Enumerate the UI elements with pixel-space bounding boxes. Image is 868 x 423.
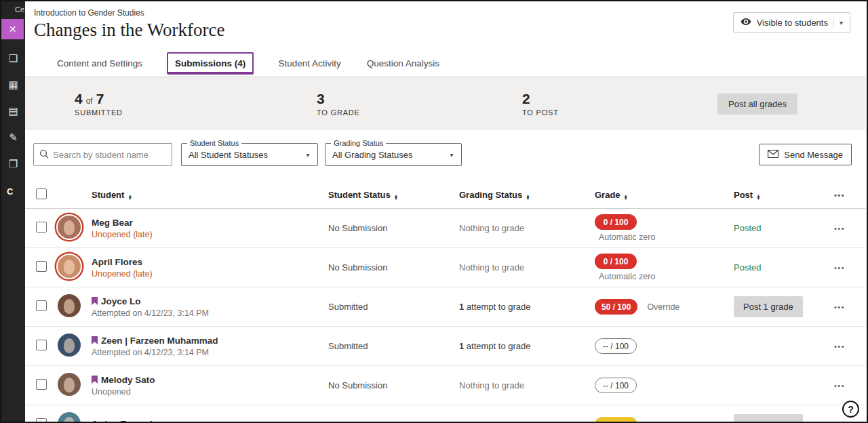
student-substatus: Unopened <box>92 387 328 397</box>
row-checkbox[interactable] <box>36 261 47 272</box>
tab-question-analysis[interactable]: Question Analysis <box>366 52 441 75</box>
grade-cell: 0 / 100 Automatic zero <box>595 214 734 242</box>
table-overflow-menu[interactable]: ••• <box>834 191 845 199</box>
avatar <box>56 371 82 397</box>
stats-bar: 4 of 7 SUBMITTED 3 TO GRADE 2 TO POST Po… <box>25 77 865 130</box>
row-overflow-menu[interactable]: ••• <box>834 382 845 390</box>
row-checkbox[interactable] <box>36 379 47 390</box>
grade-pill[interactable]: 70 / 100 <box>595 417 637 423</box>
edit-icon[interactable]: ✎ <box>9 132 18 142</box>
flag-icon <box>92 336 98 344</box>
student-status-value: No Submission <box>328 262 459 273</box>
search-box <box>33 143 172 166</box>
grade-pill[interactable]: -- / 100 <box>595 378 637 393</box>
search-icon <box>39 149 49 161</box>
row-overflow-menu[interactable]: ••• <box>834 303 845 311</box>
flag-icon <box>92 376 98 384</box>
student-name[interactable]: Meg Bear <box>92 218 133 228</box>
student-substatus: Attempted on 4/12/23, 3:14 PM <box>92 308 328 318</box>
eye-icon <box>741 18 751 28</box>
posted-label: Posted <box>734 223 761 233</box>
grade-pill[interactable]: -- / 100 <box>595 338 637 354</box>
post-all-grades-button[interactable]: Post all grades <box>717 94 797 115</box>
grade-note: Automatic zero <box>599 272 734 281</box>
tab-student-activity[interactable]: Student Activity <box>277 52 342 75</box>
select-all-checkbox[interactable] <box>36 188 47 199</box>
row-overflow-menu[interactable]: ••• <box>834 224 845 233</box>
chevron-down-icon: ▾ <box>442 151 461 159</box>
submissions-table: Student▲▼ Student Status▲▼ Grading Statu… <box>25 182 865 423</box>
tab-content-and-settings[interactable]: Content and Settings <box>56 52 144 75</box>
tab-submissions[interactable]: Submissions (4) <box>167 52 254 75</box>
table-row: Arden Tuomala Submitted Nothing to grade… <box>25 405 865 423</box>
page-header: Introduction to Gender Studies Changes i… <box>25 3 865 50</box>
grading-status-value: Nothing to grade <box>459 262 595 273</box>
row-checkbox[interactable] <box>36 340 47 350</box>
visibility-label: Visible to students <box>757 18 828 28</box>
student-status-select-value: All Student Statuses <box>182 150 298 160</box>
column-header-grading-status[interactable]: Grading Status▲▼ <box>459 190 595 200</box>
grade-cell: -- / 100 <box>595 338 734 354</box>
column-header-student[interactable]: Student▲▼ <box>92 190 328 200</box>
search-input[interactable] <box>53 150 166 160</box>
student-name[interactable]: Melody Sato <box>101 375 155 385</box>
table-row: April Flores Unopened (late) No Submissi… <box>25 248 865 287</box>
course-sidebar: Ce ✕ ❏▦▤✎❐ C <box>1 1 25 422</box>
submitted-total: 7 <box>96 91 104 107</box>
student-name[interactable]: Zeen | Farzeen Muhammad <box>101 336 218 346</box>
row-overflow-menu[interactable]: ••• <box>834 342 845 350</box>
avatar <box>56 332 82 358</box>
avatar <box>56 293 82 319</box>
posted-label: Posted <box>734 262 761 273</box>
grade-cell: 70 / 100 <box>595 417 734 423</box>
grade-cell: -- / 100 <box>595 378 734 393</box>
grade-pill[interactable]: 0 / 100 <box>595 254 637 269</box>
grade-cell: 0 / 100 Automatic zero <box>595 254 734 281</box>
table-row: Meg Bear Unopened (late) No Submission N… <box>25 209 865 248</box>
student-name[interactable]: Arden Tuomala <box>92 419 157 423</box>
post-grade-button[interactable]: Post 1 grade <box>734 414 803 423</box>
grading-status-select[interactable]: Grading Status All Grading Statuses ▾ <box>325 143 462 166</box>
grading-status-value: Nothing to grade <box>459 223 595 233</box>
stat-to-grade: 3 TO GRADE <box>317 91 522 117</box>
to-grade-label: TO GRADE <box>317 108 522 117</box>
row-checkbox[interactable] <box>36 222 47 233</box>
row-checkbox[interactable] <box>36 418 47 423</box>
to-grade-count: 3 <box>317 91 325 107</box>
chevron-down-icon: ▾ <box>840 19 843 26</box>
to-post-label: TO POST <box>522 108 717 117</box>
send-message-button[interactable]: Send Message <box>759 144 852 165</box>
table-row: Joyce Lo Attempted on 4/12/23, 3:14 PM S… <box>25 287 865 327</box>
column-header-student-status[interactable]: Student Status▲▼ <box>328 190 459 200</box>
sidebar-clipped-text: Ce <box>1 1 25 14</box>
avatar <box>56 254 82 279</box>
post-grade-button[interactable]: Post 1 grade <box>734 296 803 317</box>
sort-icon: ▲▼ <box>526 195 530 200</box>
row-overflow-menu[interactable]: ••• <box>834 264 845 272</box>
override-label: Override <box>647 302 679 312</box>
row-checkbox[interactable] <box>36 300 47 311</box>
clipboard-icon[interactable]: ❐ <box>9 159 18 169</box>
main-panel: Introduction to Gender Studies Changes i… <box>25 3 865 420</box>
student-substatus: Unopened (late) <box>92 230 328 239</box>
student-name[interactable]: Joyce Lo <box>101 296 141 306</box>
sidebar-icon-rail: ❏▦▤✎❐ <box>1 53 25 169</box>
gradebook-icon[interactable]: ▦ <box>8 79 18 89</box>
column-header-post[interactable]: Post▲▼ <box>734 190 832 200</box>
student-status-value: Submitted <box>328 341 459 351</box>
grade-pill[interactable]: 0 / 100 <box>595 214 637 230</box>
grading-status-value: Nothing to grade <box>459 380 595 390</box>
student-status-select[interactable]: Student Status All Student Statuses ▾ <box>181 143 318 166</box>
close-panel-button[interactable]: ✕ <box>1 19 24 39</box>
sidebar-section-letter: C <box>7 186 25 197</box>
help-button[interactable]: ? <box>842 401 859 418</box>
grade-pill[interactable]: 50 / 100 <box>595 299 637 315</box>
submitted-label: SUBMITTED <box>75 108 317 117</box>
content-icon[interactable]: ▤ <box>8 106 18 116</box>
column-header-grade[interactable]: Grade▲▼ <box>595 190 734 200</box>
table-header-row: Student▲▼ Student Status▲▼ Grading Statu… <box>25 182 865 209</box>
visibility-dropdown[interactable]: Visible to students ▾ <box>733 12 850 33</box>
student-name[interactable]: April Flores <box>92 257 142 267</box>
sort-icon: ▲▼ <box>394 195 398 200</box>
document-icon[interactable]: ❏ <box>9 53 18 63</box>
